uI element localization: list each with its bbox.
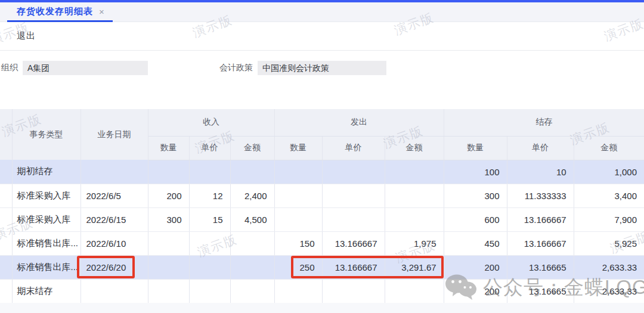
receipt-qty-cell [148, 231, 189, 255]
organization-field[interactable]: A集团 [23, 61, 148, 75]
business-date-cell: 2022/6/10 [80, 231, 148, 255]
balance-price-cell: 10 [507, 160, 574, 184]
receipt-amount-cell [230, 160, 274, 184]
accounting-policy-label: 会计政策 [219, 63, 253, 73]
balance-price-cell: 13.166667 [507, 231, 574, 255]
issue-price-cell [322, 184, 385, 207]
header-balance-qty: 数量 [444, 136, 507, 160]
tab-title: 存货收发存明细表 [17, 6, 93, 17]
business-date-cell [80, 279, 148, 303]
receipt-qty-cell [148, 255, 189, 279]
inventory-table: 事务类型 业务日期 收入 发出 结存 数量 单价 金额 数量 单价 金额 数量 … [0, 109, 644, 303]
tab-inventory-detail-report[interactable]: 存货收发存明细表 × [7, 2, 113, 22]
row-indent-cell [0, 255, 12, 279]
header-balance-amount: 金额 [574, 136, 644, 160]
transaction-type-cell: 标准采购入库 [12, 207, 80, 231]
transaction-type-cell: 标准销售出库... [12, 231, 80, 255]
receipt-amount-cell: 4,500 [230, 207, 274, 231]
row-indent-cell [0, 184, 12, 207]
header-transaction-type: 事务类型 [12, 109, 80, 160]
row-indent-cell [0, 160, 12, 184]
table-row[interactable]: 标准采购入库2022/6/5200122,40030011.3333333,40… [0, 184, 644, 207]
header-row-indent [0, 109, 12, 160]
table-row[interactable]: 期末结存20013.166652,633.33 [0, 279, 644, 303]
transaction-type-cell: 标准采购入库 [12, 184, 80, 207]
row-indent-cell [0, 279, 12, 303]
header-group-issue: 发出 [274, 109, 444, 136]
receipt-qty-cell [148, 160, 189, 184]
balance-amount-cell: 5,925 [574, 231, 644, 255]
header-balance-price: 单价 [507, 136, 574, 160]
issue-price-cell [322, 279, 385, 303]
table-row[interactable]: 标准销售出库...2022/6/2025013.1666673,291.6720… [0, 255, 644, 279]
balance-qty-cell: 300 [444, 184, 507, 207]
header-group-balance: 结存 [444, 109, 644, 136]
issue-price-cell [322, 160, 385, 184]
issue-amount-cell [385, 279, 444, 303]
transaction-type-cell: 标准销售出库... [12, 255, 80, 279]
receipt-amount-cell [230, 231, 274, 255]
business-date-cell: 2022/6/15 [80, 207, 148, 231]
receipt-price-cell: 15 [189, 207, 230, 231]
balance-qty-cell: 200 [444, 279, 507, 303]
receipt-price-cell [189, 231, 230, 255]
balance-amount-cell: 3,400 [574, 184, 644, 207]
balance-price-cell: 13.166667 [507, 207, 574, 231]
receipt-amount-cell [230, 255, 274, 279]
toolbar: 退出 [0, 22, 644, 51]
receipt-amount-cell: 2,400 [230, 184, 274, 207]
business-date-cell: 2022/6/5 [80, 184, 148, 207]
issue-amount-cell [385, 160, 444, 184]
receipt-qty-cell: 200 [148, 184, 189, 207]
header-issue-price: 单价 [322, 136, 385, 160]
balance-qty-cell: 100 [444, 160, 507, 184]
issue-amount-cell: 1,975 [385, 231, 444, 255]
balance-qty-cell: 200 [444, 255, 507, 279]
issue-qty-cell: 150 [274, 231, 322, 255]
issue-amount-cell [385, 184, 444, 207]
row-indent-cell [0, 231, 12, 255]
header-issue-amount: 金额 [385, 136, 444, 160]
issue-price-cell: 13.166667 [322, 231, 385, 255]
balance-price-cell: 11.333333 [507, 184, 574, 207]
business-date-cell: 2022/6/20 [80, 255, 148, 279]
balance-price-cell: 13.16665 [507, 255, 574, 279]
balance-qty-cell: 450 [444, 231, 507, 255]
receipt-price-cell [189, 255, 230, 279]
header-receipt-qty: 数量 [148, 136, 189, 160]
balance-price-cell: 13.16665 [507, 279, 574, 303]
issue-price-cell [322, 207, 385, 231]
filter-bar: 组织 A集团 会计政策 中国准则会计政策 [0, 51, 644, 86]
balance-amount-cell: 1,000 [574, 160, 644, 184]
table-row[interactable]: 期初结存100101,000 [0, 160, 644, 184]
tab-close-icon[interactable]: × [99, 7, 104, 17]
tab-bar: 存货收发存明细表 × [0, 2, 644, 22]
receipt-price-cell [189, 160, 230, 184]
issue-price-cell: 13.166667 [322, 255, 385, 279]
page-background-strip [0, 303, 644, 313]
issue-qty-cell: 250 [274, 255, 322, 279]
header-issue-qty: 数量 [274, 136, 322, 160]
issue-qty-cell [274, 184, 322, 207]
header-receipt-amount: 金额 [230, 136, 274, 160]
header-group-receipt: 收入 [148, 109, 274, 136]
accounting-policy-field[interactable]: 中国准则会计政策 [258, 61, 386, 75]
organization-label: 组织 [1, 63, 18, 73]
balance-amount-cell: 2,633.33 [574, 279, 644, 303]
receipt-price-cell: 12 [189, 184, 230, 207]
receipt-qty-cell: 300 [148, 207, 189, 231]
receipt-price-cell [189, 279, 230, 303]
balance-amount-cell: 2,633.33 [574, 255, 644, 279]
issue-qty-cell [274, 160, 322, 184]
issue-amount-cell [385, 207, 444, 231]
issue-amount-cell: 3,291.67 [385, 255, 444, 279]
business-date-cell [80, 160, 148, 184]
table-row[interactable]: 标准采购入库2022/6/15300154,50060013.1666677,9… [0, 207, 644, 231]
transaction-type-cell: 期末结存 [12, 279, 80, 303]
transaction-type-cell: 期初结存 [12, 160, 80, 184]
table-row[interactable]: 标准销售出库...2022/6/1015013.1666671,97545013… [0, 231, 644, 255]
header-receipt-price: 单价 [189, 136, 230, 160]
balance-qty-cell: 600 [444, 207, 507, 231]
exit-button[interactable]: 退出 [17, 30, 36, 42]
row-indent-cell [0, 207, 12, 231]
